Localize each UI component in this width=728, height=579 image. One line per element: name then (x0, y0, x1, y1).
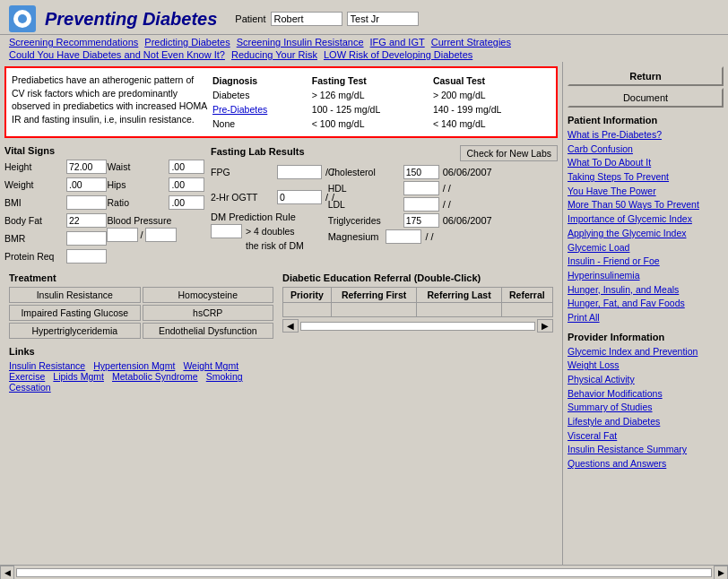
treatment-item-insulin: Insulin Resistance (9, 287, 141, 303)
nav-low-risk[interactable]: LOW Risk of Developing Diabetes (324, 49, 472, 60)
bmr-input[interactable] (66, 231, 107, 246)
pi-hyperinsulinemia[interactable]: Hyperinsulinemia (568, 269, 724, 282)
pi-what-to-do[interactable]: What To Do About It (568, 156, 724, 169)
pi-hunger-insulin[interactable]: Hunger, Insulin, and Meals (568, 283, 724, 297)
nav-reducing-risk[interactable]: Reducing Your Risk (231, 49, 317, 60)
magnesium-link[interactable]: Magnesium (328, 231, 379, 242)
prov-visceral[interactable]: Visceral Fat (568, 429, 724, 443)
hdl-label: HDL (328, 183, 400, 194)
nav-screening-recommendations[interactable]: Screening Recommendations (9, 37, 138, 48)
scroll-track[interactable] (16, 568, 712, 577)
patient-last-input[interactable] (347, 12, 419, 26)
weight-input[interactable] (66, 177, 107, 192)
link-metabolic[interactable]: Metabolic Syndrome (112, 371, 198, 382)
referral-col-last: Referring Last (417, 288, 501, 303)
pi-importance-glycemic[interactable]: Importance of Glycemic Index (568, 212, 724, 226)
height-input[interactable] (66, 160, 107, 174)
dm-input[interactable] (211, 224, 242, 238)
fasting-labs-title: Fasting Lab Results (211, 146, 305, 157)
treatment-item-ifg: Impaired Fasting Glucose (9, 305, 141, 321)
check-new-labs-button[interactable]: Check for New Labs (460, 145, 558, 161)
pi-taking-steps[interactable]: Taking Steps To Prevent (568, 170, 724, 184)
nav-ifg-igt[interactable]: IFG and IGT (370, 37, 425, 48)
fpg-input[interactable] (277, 165, 322, 179)
patient-first-input[interactable] (271, 12, 342, 26)
pi-hunger-fat[interactable]: Hunger, Fat, and Fav Foods (568, 297, 724, 310)
referral-nav-left[interactable]: ◀ (282, 319, 299, 333)
nav-predicting-diabetes[interactable]: Predicting Diabetes (144, 37, 230, 48)
waist-label: Waist (107, 161, 165, 172)
bodyfat-input[interactable] (66, 213, 107, 228)
ldl-date: / / (443, 199, 451, 210)
pi-applying-glycemic[interactable]: Applying the Glycemic Index (568, 227, 724, 240)
bp-systolic-input[interactable] (107, 228, 138, 242)
link-lipids[interactable]: Lipids Mgmt (53, 371, 104, 382)
prov-summary[interactable]: Summary of Studies (568, 401, 724, 414)
link-exercise[interactable]: Exercise (9, 371, 45, 382)
document-button[interactable]: Document (568, 88, 724, 108)
fasting-prediabetes: 100 - 125 mg/dL (308, 102, 429, 117)
bmi-label: BMI (4, 197, 63, 208)
prov-questions[interactable]: Questions and Answers (568, 457, 724, 471)
return-button[interactable]: Return (568, 66, 724, 86)
ogtt-input[interactable] (277, 190, 322, 204)
diagnosis-none: None (209, 117, 308, 131)
magnesium-input[interactable] (386, 229, 421, 244)
triglycerides-date: 06/06/2007 (443, 215, 492, 226)
nav-screening-insulin[interactable]: Screening Insulin Resistance (237, 37, 364, 48)
prov-weight-loss[interactable]: Weight Loss (568, 359, 724, 372)
pi-glycemic-load[interactable]: Glycemic Load (568, 241, 724, 255)
casual-diabetes: > 200 mg/dL (429, 88, 550, 102)
pi-insulin-friend[interactable]: Insulin - Friend or Foe (568, 255, 724, 268)
info-box: Prediabetics have an atherogenic pattern… (4, 66, 558, 138)
hdl-date: / / (443, 183, 451, 194)
prov-behavior[interactable]: Behavior Modifications (568, 387, 724, 401)
link-insulin-resistance[interactable]: Insulin Resistance (9, 360, 85, 371)
treatment-item-hypertrig: Hypertriglyceridemia (9, 323, 141, 339)
referral-nav-right[interactable]: ▶ (537, 319, 553, 333)
nav-current-strategies[interactable]: Current Strategies (431, 37, 511, 48)
link-hypertension[interactable]: Hypertension Mgmt (93, 360, 175, 371)
scroll-right-button[interactable]: ▶ (714, 566, 728, 580)
waist-input[interactable] (169, 160, 204, 174)
treatment-item-homocysteine: Homocysteine (143, 287, 274, 303)
protein-input[interactable] (66, 249, 107, 264)
referral-nav: ◀ ▶ (282, 319, 553, 333)
cholesterol-input[interactable] (403, 165, 439, 179)
ogtt-label: 2-Hr OGTT (211, 192, 273, 203)
fasting-none: < 100 mg/dL (308, 117, 429, 131)
weight-label: Weight (4, 179, 63, 190)
pi-what-is-prediabetes[interactable]: What is Pre-Diabetes? (568, 128, 724, 142)
ratio-input[interactable] (169, 195, 204, 210)
bodyfat-label: Body Fat (4, 215, 63, 226)
pre-diabetes-link[interactable]: Pre-Diabetes (212, 104, 267, 115)
dm-prediction-link[interactable]: DM Prediction Rule (211, 212, 296, 222)
triglycerides-input[interactable] (403, 213, 439, 228)
pi-more-than-50[interactable]: More Than 50 Ways To Prevent (568, 198, 724, 212)
casual-prediabetes: 140 - 199 mg/dL (429, 102, 550, 117)
pi-carb-confusion[interactable]: Carb Confusion (568, 143, 724, 156)
nav-could-you-have[interactable]: Could You Have Diabetes and Not Even Kno… (9, 49, 225, 60)
referral-scrollbar[interactable] (300, 322, 535, 331)
ldl-input[interactable] (403, 197, 439, 212)
hips-input[interactable] (169, 177, 204, 192)
link-weight-mgmt[interactable]: Weight Mgmt (183, 360, 238, 371)
fpg-label: FPG (211, 167, 273, 177)
prov-lifestyle[interactable]: Lifestyle and Diabetes (568, 415, 724, 428)
prov-physical[interactable]: Physical Activity (568, 373, 724, 386)
bmi-input[interactable] (66, 195, 107, 210)
bp-diastolic-input[interactable] (145, 228, 177, 242)
scroll-left-button[interactable]: ◀ (0, 566, 14, 580)
dm-note-text: > 4 doubles (246, 226, 295, 237)
hdl-input[interactable] (403, 181, 439, 195)
ldl-label: LDL (328, 199, 400, 210)
prov-glycemic[interactable]: Glycemic Index and Prevention (568, 345, 724, 359)
prov-insulin-resistance[interactable]: Insulin Resistance Summary (568, 443, 724, 456)
nav-links: Screening Recommendations Predicting Dia… (0, 35, 728, 62)
casual-col-header: Casual Test (429, 73, 550, 88)
info-text: Prediabetics have an atherogenic pattern… (12, 73, 209, 131)
pi-you-have-power[interactable]: You Have The Power (568, 185, 724, 198)
protein-label: Protein Req (4, 251, 63, 262)
page-title: Preventing Diabetes (45, 9, 217, 30)
pi-print-all[interactable]: Print All (568, 311, 724, 324)
